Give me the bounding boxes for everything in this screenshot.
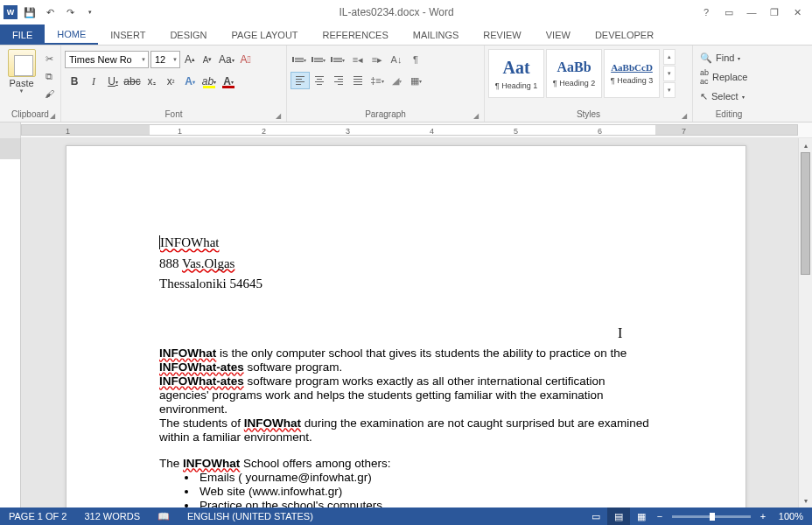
format-painter-icon[interactable]: 🖌: [41, 86, 57, 102]
bullets-button[interactable]: ▾: [290, 51, 310, 68]
tab-developer[interactable]: DEVELOPER: [583, 24, 666, 45]
view-web-layout-icon[interactable]: ▦: [630, 508, 653, 525]
group-label-font: Font: [65, 109, 283, 122]
vertical-ruler[interactable]: [0, 138, 21, 508]
select-button[interactable]: ↖Select▾: [696, 88, 751, 105]
line-spacing-icon[interactable]: ‡≡▾: [368, 72, 387, 89]
ruler-tick: 5: [514, 127, 518, 136]
view-print-layout-icon[interactable]: ▤: [607, 508, 630, 525]
paragraph-dialog-launcher-icon[interactable]: ◢: [473, 112, 482, 121]
scroll-down-icon[interactable]: ▾: [799, 494, 812, 508]
find-button[interactable]: 🔍Find▾: [696, 49, 751, 66]
zoom-slider[interactable]: [672, 515, 751, 518]
font-size-combo[interactable]: 12▼: [150, 51, 180, 68]
zoom-level[interactable]: 100%: [770, 511, 812, 522]
qat-save-icon[interactable]: 💾: [22, 4, 38, 20]
styles-dialog-launcher-icon[interactable]: ◢: [682, 112, 690, 121]
tab-mailings[interactable]: MAILINGS: [401, 24, 472, 45]
text-effects-icon[interactable]: A▾: [180, 72, 200, 91]
find-label: Find: [716, 52, 734, 63]
decrease-indent-icon[interactable]: ≡◂: [348, 51, 368, 68]
subscript-button[interactable]: x: [142, 72, 161, 91]
paste-dropdown-icon[interactable]: ▼: [19, 88, 24, 94]
shrink-font-icon[interactable]: A▾: [200, 51, 215, 68]
justify-button[interactable]: [348, 72, 368, 89]
superscript-button[interactable]: x: [161, 72, 180, 91]
tab-insert[interactable]: INSERT: [98, 24, 158, 45]
styles-scroll-down-icon[interactable]: ▾: [663, 66, 676, 81]
doc-text: INFOWhat: [159, 346, 216, 360]
tab-view[interactable]: VIEW: [534, 24, 583, 45]
vertical-scrollbar[interactable]: ▴ ▾: [798, 138, 812, 508]
clipboard-dialog-launcher-icon[interactable]: ◢: [50, 112, 59, 121]
minimize-icon[interactable]: —: [740, 4, 763, 21]
qat-customize-icon[interactable]: ▾: [82, 4, 98, 20]
scroll-thumb[interactable]: [801, 152, 810, 275]
zoom-slider-thumb[interactable]: [710, 513, 715, 521]
tab-home[interactable]: HOME: [45, 24, 98, 45]
align-center-button[interactable]: [310, 72, 329, 89]
cut-icon[interactable]: ✂: [41, 51, 57, 66]
doc-text: is the only computer school that gives i…: [216, 346, 626, 360]
paste-button[interactable]: Paste ▼: [4, 47, 39, 94]
styles-scroll-up-icon[interactable]: ▴: [663, 49, 676, 65]
tab-page-layout[interactable]: PAGE LAYOUT: [220, 24, 311, 45]
search-icon: 🔍: [700, 52, 712, 64]
font-dialog-launcher-icon[interactable]: ◢: [276, 112, 284, 121]
copy-icon[interactable]: ⧉: [41, 68, 57, 84]
group-editing: 🔍Find▾ abacReplace ↖Select▾ Editing: [693, 46, 765, 122]
status-page[interactable]: PAGE 1 OF 2: [0, 511, 75, 522]
restore-icon[interactable]: ❐: [763, 4, 786, 21]
style-heading-3[interactable]: AaBbCcD ¶ Heading 3: [604, 49, 660, 98]
document-page[interactable]: INFOWhat 888 Vas.Olgas Thessaloniki 5464…: [66, 145, 746, 508]
font-name-value: Times New Ro: [69, 54, 132, 65]
ruler-tick: 1: [178, 127, 182, 136]
style-name: ¶ Heading 3: [611, 76, 653, 85]
chevron-down-icon[interactable]: ▼: [141, 57, 146, 62]
tab-review[interactable]: REVIEW: [471, 24, 533, 45]
shading-icon[interactable]: ◢▾: [387, 72, 406, 89]
borders-icon[interactable]: ▦▾: [406, 72, 425, 89]
strikethrough-button[interactable]: abc: [122, 72, 142, 91]
font-color-button[interactable]: A▾: [219, 72, 238, 91]
styles-more-icon[interactable]: ▾: [663, 82, 676, 98]
status-words[interactable]: 312 WORDS: [75, 511, 149, 522]
style-heading-1[interactable]: Aat ¶ Heading 1: [488, 49, 544, 98]
scroll-up-icon[interactable]: ▴: [799, 138, 812, 152]
bold-button[interactable]: B: [65, 72, 84, 91]
multilevel-list-button[interactable]: ▾: [329, 51, 348, 68]
increase-indent-icon[interactable]: ≡▸: [368, 51, 387, 68]
highlight-color-button[interactable]: ab▾: [200, 72, 219, 91]
qat-redo-icon[interactable]: ↷: [62, 4, 78, 20]
change-case-icon[interactable]: Aa▾: [217, 51, 236, 68]
zoom-out-button[interactable]: −: [653, 511, 667, 522]
tab-references[interactable]: REFERENCES: [311, 24, 401, 45]
doc-text: INFOWhat-ates: [159, 360, 244, 374]
align-left-button[interactable]: [290, 72, 310, 89]
tab-file[interactable]: FILE: [0, 24, 45, 45]
view-read-mode-icon[interactable]: ▭: [584, 508, 607, 525]
ruler-tick: 2: [262, 127, 266, 136]
status-language[interactable]: ENGLISH (UNITED STATES): [178, 511, 322, 522]
ribbon-display-options-icon[interactable]: ▭: [718, 4, 740, 21]
show-marks-icon[interactable]: ¶: [406, 51, 425, 68]
sort-icon[interactable]: A↓: [387, 51, 406, 68]
document-content[interactable]: INFOWhat 888 Vas.Olgas Thessaloniki 5464…: [159, 235, 649, 508]
help-icon[interactable]: ?: [695, 4, 718, 21]
numbering-button[interactable]: ▾: [310, 51, 329, 68]
qat-undo-icon[interactable]: ↶: [42, 4, 58, 20]
clear-formatting-icon[interactable]: A⃠: [238, 51, 254, 68]
chevron-down-icon[interactable]: ▼: [172, 57, 178, 62]
underline-button[interactable]: U▾: [103, 72, 122, 91]
horizontal-ruler[interactable]: 1 1 2 3 4 5 6 7: [0, 122, 812, 138]
grow-font-icon[interactable]: A▴: [182, 51, 198, 68]
status-proofing-icon[interactable]: 📖: [149, 511, 178, 522]
style-heading-2[interactable]: AaBb ¶ Heading 2: [546, 49, 602, 98]
italic-button[interactable]: I: [84, 72, 103, 91]
replace-button[interactable]: abacReplace: [696, 68, 751, 86]
align-right-button[interactable]: [329, 72, 348, 89]
tab-design[interactable]: DESIGN: [158, 24, 219, 45]
zoom-in-button[interactable]: +: [756, 511, 770, 522]
close-icon[interactable]: ✕: [786, 4, 808, 21]
font-name-combo[interactable]: Times New Ro▼: [65, 51, 149, 68]
